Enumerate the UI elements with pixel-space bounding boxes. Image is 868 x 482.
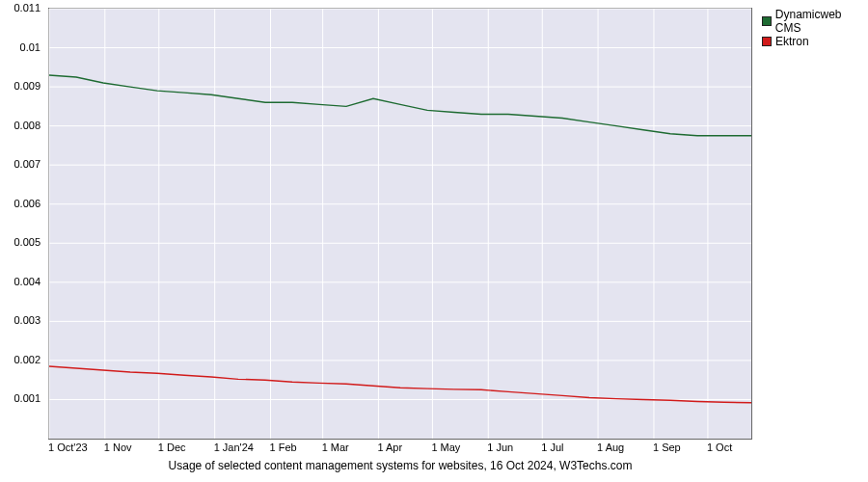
y-tick-label: 0.009	[14, 80, 41, 92]
x-tick-label: 1 Aug	[597, 442, 624, 453]
y-tick-label: 0.002	[14, 354, 41, 365]
plot-svg	[49, 9, 751, 439]
x-tick-label: 1 Sep	[653, 442, 681, 453]
legend-swatch-icon	[762, 37, 772, 46]
plot-area	[48, 8, 752, 440]
y-axis-ticks: 0.0010.0020.0030.0040.0050.0060.0070.008…	[0, 8, 44, 440]
legend: Dynamicweb CMS Ektron	[762, 8, 868, 48]
x-axis-ticks: 1 Oct'231 Nov1 Dec1 Jan'241 Feb1 Mar1 Ap…	[48, 442, 752, 457]
legend-label: Dynamicweb CMS	[775, 8, 868, 35]
x-tick-label: 1 Apr	[377, 442, 402, 453]
x-tick-label: 1 Dec	[158, 442, 186, 453]
y-tick-label: 0.01	[20, 41, 41, 53]
y-tick-label: 0.008	[14, 120, 41, 131]
grid-lines	[49, 9, 751, 439]
x-tick-label: 1 Nov	[104, 442, 132, 453]
x-tick-label: 1 Jan'24	[214, 442, 254, 453]
series-line-0	[49, 75, 751, 136]
y-tick-label: 0.001	[14, 392, 41, 404]
y-tick-label: 0.004	[14, 276, 41, 287]
x-tick-label: 1 Oct	[707, 442, 732, 453]
legend-label: Ektron	[775, 35, 809, 48]
x-tick-label: 1 May	[431, 442, 460, 453]
legend-item-1: Ektron	[762, 35, 868, 48]
legend-item-0: Dynamicweb CMS	[762, 8, 868, 35]
y-tick-label: 0.011	[14, 2, 41, 13]
series-line-1	[49, 366, 751, 403]
x-tick-label: 1 Feb	[270, 442, 297, 453]
y-tick-label: 0.006	[14, 198, 41, 209]
chart-container: 0.0010.0020.0030.0040.0050.0060.0070.008…	[0, 0, 868, 482]
chart-caption: Usage of selected content management sys…	[48, 459, 752, 472]
series-group	[49, 75, 751, 403]
y-tick-label: 0.005	[14, 236, 41, 248]
x-tick-label: 1 Jun	[487, 442, 513, 453]
x-tick-label: 1 Mar	[322, 442, 349, 453]
y-tick-label: 0.007	[14, 158, 41, 170]
y-tick-label: 0.003	[14, 314, 41, 326]
x-tick-label: 1 Jul	[541, 442, 563, 453]
legend-swatch-icon	[762, 16, 772, 26]
x-tick-label: 1 Oct'23	[48, 442, 88, 453]
